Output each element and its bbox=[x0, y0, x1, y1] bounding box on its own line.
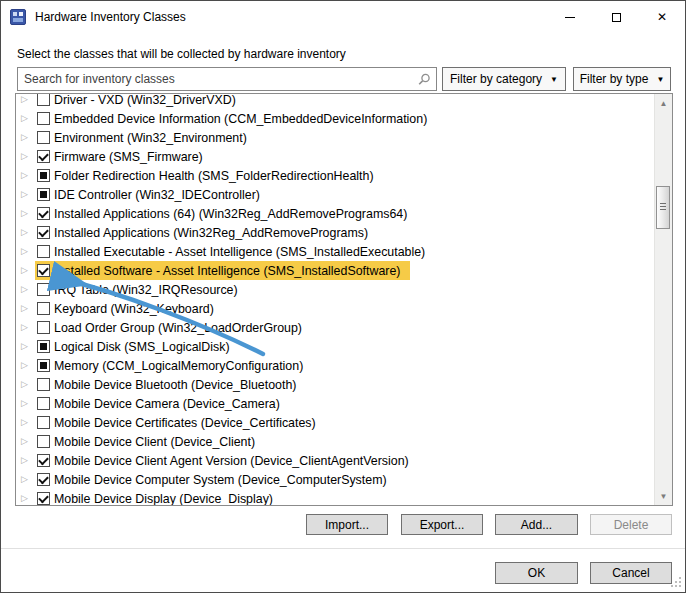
row-content: Installed Applications (Win32Reg_AddRemo… bbox=[35, 223, 370, 242]
import-button[interactable]: Import... bbox=[306, 514, 388, 535]
expand-arrow-icon[interactable]: ▷ bbox=[21, 209, 31, 218]
minimize-button[interactable] bbox=[547, 2, 593, 33]
list-item[interactable]: ▷ IDE Controller (Win32_IDEController) bbox=[16, 185, 655, 204]
expand-arrow-icon[interactable]: ▷ bbox=[21, 171, 31, 180]
scroll-up-button[interactable]: ▲ bbox=[655, 95, 672, 111]
class-checkbox[interactable] bbox=[37, 435, 50, 448]
expand-arrow-icon[interactable]: ▷ bbox=[21, 133, 31, 142]
expand-arrow-icon[interactable]: ▷ bbox=[21, 95, 31, 104]
cancel-button[interactable]: Cancel bbox=[590, 562, 672, 584]
resize-grip[interactable] bbox=[671, 577, 681, 587]
filter-by-type-label: Filter by type bbox=[580, 72, 649, 86]
list-item[interactable]: ▷ Mobile Device Client Agent Version (De… bbox=[16, 451, 655, 470]
expand-arrow-icon[interactable]: ▷ bbox=[21, 190, 31, 199]
expand-arrow-icon[interactable]: ▷ bbox=[21, 399, 31, 408]
footer-divider bbox=[1, 548, 685, 549]
expand-arrow-icon[interactable]: ▷ bbox=[21, 494, 31, 503]
expand-arrow-icon[interactable]: ▷ bbox=[21, 475, 31, 484]
filter-by-type-button[interactable]: Filter by type ▼ bbox=[573, 67, 671, 91]
class-checkbox[interactable] bbox=[37, 397, 50, 410]
close-button[interactable]: ✕ bbox=[639, 2, 685, 33]
filter-by-category-label: Filter by category bbox=[450, 72, 542, 86]
expand-arrow-icon[interactable]: ▷ bbox=[21, 152, 31, 161]
list-item[interactable]: ▷ Mobile Device Certificates (Device_Cer… bbox=[16, 413, 655, 432]
list-item[interactable]: ▷ Load Order Group (Win32_LoadOrderGroup… bbox=[16, 318, 655, 337]
class-checkbox[interactable] bbox=[37, 112, 50, 125]
class-checkbox[interactable] bbox=[37, 473, 50, 486]
expand-arrow-icon[interactable]: ▷ bbox=[21, 304, 31, 313]
class-checkbox[interactable] bbox=[37, 378, 50, 391]
expand-arrow-icon[interactable]: ▷ bbox=[21, 342, 31, 351]
expand-arrow-icon[interactable]: ▷ bbox=[21, 266, 31, 275]
list-item[interactable]: ▷ Installed Applications (Win32Reg_AddRe… bbox=[16, 223, 655, 242]
list-item[interactable]: ▷ Folder Redirection Health (SMS_FolderR… bbox=[16, 166, 655, 185]
expand-arrow-icon[interactable]: ▷ bbox=[21, 456, 31, 465]
scrollbar-thumb[interactable] bbox=[656, 186, 670, 229]
list-item[interactable]: ▷ Memory (CCM_LogicalMemoryConfiguration… bbox=[16, 356, 655, 375]
class-checkbox[interactable] bbox=[37, 454, 50, 467]
list-item[interactable]: ▷ Logical Disk (SMS_LogicalDisk) bbox=[16, 337, 655, 356]
list-item[interactable]: ▷ Installed Software - Asset Intelligenc… bbox=[16, 261, 655, 280]
list-item[interactable]: ▷ Mobile Device Client (Device_Client) bbox=[16, 432, 655, 451]
class-label: Installed Applications (64) (Win32Reg_Ad… bbox=[54, 207, 407, 221]
class-checkbox[interactable] bbox=[37, 188, 50, 201]
list-item[interactable]: ▷ Mobile Device Display (Device_Display) bbox=[16, 489, 655, 506]
row-content: Folder Redirection Health (SMS_FolderRed… bbox=[35, 166, 376, 185]
class-label: Load Order Group (Win32_LoadOrderGroup) bbox=[54, 321, 302, 335]
class-checkbox[interactable] bbox=[37, 283, 50, 296]
expand-arrow-icon[interactable]: ▷ bbox=[21, 437, 31, 446]
list-item[interactable]: ▷ Driver - VXD (Win32_DriverVXD) bbox=[16, 93, 655, 109]
expand-arrow-icon[interactable]: ▷ bbox=[21, 247, 31, 256]
row-content: Firmware (SMS_Firmware) bbox=[35, 147, 205, 166]
expand-arrow-icon[interactable]: ▷ bbox=[21, 418, 31, 427]
class-checkbox[interactable] bbox=[37, 492, 50, 505]
class-checkbox[interactable] bbox=[37, 302, 50, 315]
expand-arrow-icon[interactable]: ▷ bbox=[21, 361, 31, 370]
class-checkbox[interactable] bbox=[37, 321, 50, 334]
class-checkbox[interactable] bbox=[37, 245, 50, 258]
list-item[interactable]: ▷ Mobile Device Bluetooth (Device_Blueto… bbox=[16, 375, 655, 394]
class-label: IDE Controller (Win32_IDEController) bbox=[54, 188, 260, 202]
vertical-scrollbar[interactable]: ▲ ▼ bbox=[654, 94, 672, 505]
list-item[interactable]: ▷ Mobile Device Camera (Device_Camera) bbox=[16, 394, 655, 413]
scroll-down-button[interactable]: ▼ bbox=[655, 488, 672, 504]
row-content: Mobile Device Camera (Device_Camera) bbox=[35, 394, 282, 413]
class-checkbox[interactable] bbox=[37, 340, 50, 353]
search-input[interactable] bbox=[18, 68, 436, 90]
list-item[interactable]: ▷ Installed Executable - Asset Intellige… bbox=[16, 242, 655, 261]
list-item[interactable]: ▷ Mobile Device Computer System (Device_… bbox=[16, 470, 655, 489]
filter-by-category-button[interactable]: Filter by category ▼ bbox=[442, 67, 566, 91]
class-checkbox[interactable] bbox=[37, 226, 50, 239]
expand-arrow-icon[interactable]: ▷ bbox=[21, 114, 31, 123]
row-content: IDE Controller (Win32_IDEController) bbox=[35, 185, 262, 204]
list-item[interactable]: ▷ Installed Applications (64) (Win32Reg_… bbox=[16, 204, 655, 223]
close-icon: ✕ bbox=[657, 11, 667, 23]
row-content: Load Order Group (Win32_LoadOrderGroup) bbox=[35, 318, 304, 337]
expand-arrow-icon[interactable]: ▷ bbox=[21, 285, 31, 294]
class-label: Keyboard (Win32_Keyboard) bbox=[54, 302, 214, 316]
class-checkbox[interactable] bbox=[37, 264, 50, 277]
class-checkbox[interactable] bbox=[37, 169, 50, 182]
export-button[interactable]: Export... bbox=[401, 514, 483, 535]
scroll-down-icon: ▼ bbox=[660, 492, 668, 501]
expand-arrow-icon[interactable]: ▷ bbox=[21, 228, 31, 237]
list-item[interactable]: ▷ IRQ Table (Win32_IRQResource) bbox=[16, 280, 655, 299]
list-item[interactable]: ▷ Keyboard (Win32_Keyboard) bbox=[16, 299, 655, 318]
expand-arrow-icon[interactable]: ▷ bbox=[21, 380, 31, 389]
list-item[interactable]: ▷ Firmware (SMS_Firmware) bbox=[16, 147, 655, 166]
add-button[interactable]: Add... bbox=[495, 514, 578, 535]
class-checkbox[interactable] bbox=[37, 93, 50, 106]
class-label: Mobile Device Computer System (Device_Co… bbox=[54, 473, 387, 487]
class-checkbox[interactable] bbox=[37, 207, 50, 220]
class-checkbox[interactable] bbox=[37, 416, 50, 429]
row-content: Mobile Device Client Agent Version (Devi… bbox=[35, 451, 411, 470]
class-checkbox[interactable] bbox=[37, 359, 50, 372]
hardware-inventory-classes-dialog: Hardware Inventory Classes ✕ Select the … bbox=[0, 0, 686, 593]
class-checkbox[interactable] bbox=[37, 131, 50, 144]
class-checkbox[interactable] bbox=[37, 150, 50, 163]
maximize-button[interactable] bbox=[593, 2, 639, 33]
expand-arrow-icon[interactable]: ▷ bbox=[21, 323, 31, 332]
list-item[interactable]: ▷ Embedded Device Information (CCM_Embed… bbox=[16, 109, 655, 128]
ok-button[interactable]: OK bbox=[495, 562, 578, 584]
list-item[interactable]: ▷ Environment (Win32_Environment) bbox=[16, 128, 655, 147]
